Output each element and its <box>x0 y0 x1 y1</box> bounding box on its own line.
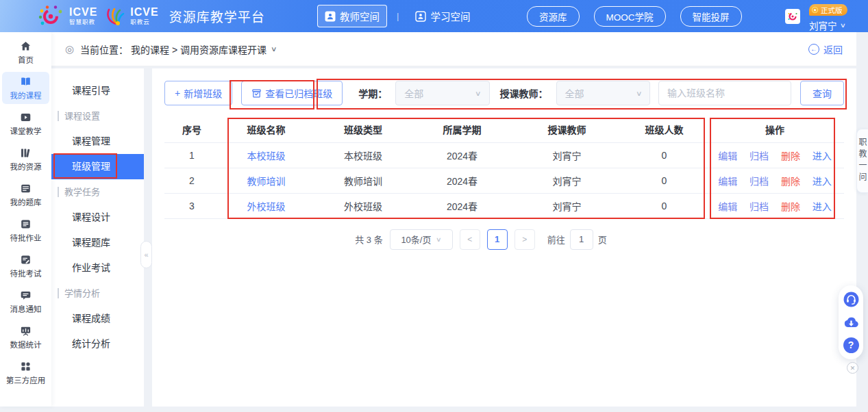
cell-semester: 2024春 <box>413 142 511 168</box>
rail-label: 数据统计 <box>10 339 42 350</box>
rail-label: 待批作业 <box>10 232 42 243</box>
col-header-semester: 所属学期 <box>413 116 511 142</box>
avatar[interactable] <box>785 9 800 24</box>
enter-action[interactable]: 进入 <box>813 151 832 162</box>
add-class-label: 新增班级 <box>184 86 222 100</box>
breadcrumb-chevron-down-icon[interactable]: ∨ <box>271 45 277 53</box>
rail-item-pending-exams[interactable]: 待批考试 <box>2 250 49 282</box>
rail-item-third-party-apps[interactable]: 第三方应用 <box>2 357 49 389</box>
sidebar-collapse-handle[interactable]: « <box>140 241 152 268</box>
icve-cloud-logo-text: ICVE 职教云 <box>130 7 158 25</box>
rail-item-classroom-teaching[interactable]: 课堂教学 <box>2 107 49 140</box>
mooc-academy-link[interactable]: MOOC学院 <box>594 6 666 27</box>
learning-space-button[interactable]: 学习空间 <box>408 5 477 27</box>
class-name-search-input[interactable] <box>658 81 791 105</box>
zhijiao-yiwen-side-tab[interactable]: 职教一问 <box>856 129 868 193</box>
enter-action[interactable]: 进入 <box>813 201 832 212</box>
add-class-button[interactable]: + 新增班级 <box>164 81 232 105</box>
submenu-item-class-management[interactable]: 班级管理 <box>51 154 144 179</box>
next-page-button[interactable]: > <box>514 229 535 250</box>
rail-label: 课堂教学 <box>10 125 42 136</box>
rail-label: 待批考试 <box>10 268 42 279</box>
cell-semester: 2024春 <box>413 193 511 218</box>
download-button[interactable] <box>843 314 860 331</box>
delete-action[interactable]: 删除 <box>781 201 800 212</box>
resource-library-link[interactable]: 资源库 <box>527 6 580 27</box>
page-size-select[interactable]: 10条/页 ∨ <box>390 229 453 250</box>
col-header-student-count: 班级人数 <box>623 116 706 142</box>
edit-action[interactable]: 编辑 <box>718 151 737 162</box>
view-archived-classes-button[interactable]: 查看已归档班级 <box>241 81 343 105</box>
rail-item-notifications[interactable]: 消息通知 <box>2 285 49 318</box>
screen: ICVE 智慧职教 ICVE 职教云 资源库教学平台 <box>0 0 868 412</box>
header-links: 资源库 MOOC学院 智能投屏 <box>527 0 742 32</box>
rail-item-my-question-bank[interactable]: 我的题库 <box>2 179 49 211</box>
rail-item-my-resources[interactable]: 我的资源 <box>2 143 49 175</box>
help-icon: ? <box>843 337 859 353</box>
statistics-board-icon <box>20 325 32 337</box>
prev-page-button[interactable]: < <box>460 229 480 250</box>
class-name-link[interactable]: 外校班级 <box>247 201 286 212</box>
enter-action[interactable]: 进入 <box>813 176 832 187</box>
rail-item-my-courses[interactable]: 我的课程 <box>2 72 49 104</box>
home-icon <box>20 40 32 52</box>
top-header: ICVE 智慧职教 ICVE 职教云 资源库教学平台 <box>0 0 868 32</box>
class-name-link[interactable]: 教师培训 <box>247 176 286 187</box>
teacher-space-button[interactable]: 教师空间 <box>317 5 387 27</box>
query-button[interactable]: 查询 <box>800 81 844 105</box>
submenu-item-homework-exams[interactable]: 作业考试 <box>51 255 144 281</box>
customer-service-button[interactable] <box>843 291 860 308</box>
submenu-item-course-management[interactable]: 课程管理 <box>51 129 144 154</box>
submenu-item-course-question-bank[interactable]: 课程题库 <box>51 230 144 255</box>
semester-select[interactable]: 全部 ∨ <box>395 81 489 105</box>
avatar-logo-icon <box>787 11 798 22</box>
cell-teacher: 刘宵宁 <box>511 193 623 218</box>
chevron-down-icon: ∨ <box>475 90 482 97</box>
logo-group: ICVE 智慧职教 ICVE 职教云 资源库教学平台 <box>0 4 265 29</box>
collapse-icon: « <box>144 250 148 259</box>
archive-action[interactable]: 归档 <box>749 176 769 187</box>
space-switcher: 教师空间 | 学习空间 <box>317 0 477 32</box>
delete-action[interactable]: 删除 <box>781 176 800 187</box>
back-button[interactable]: ← 返回 <box>808 42 843 56</box>
teacher-filter-label: 授课教师： <box>500 86 548 100</box>
submenu-item-course-grades[interactable]: 课程成绩 <box>51 306 144 331</box>
pagination-total: 共 3 条 <box>355 233 382 246</box>
submenu-item-course-guide[interactable]: 课程引导 <box>51 78 144 103</box>
library-books-icon <box>20 147 32 159</box>
current-page-button[interactable]: 1 <box>487 229 508 250</box>
learning-space-icon <box>415 11 426 22</box>
submenu-item-course-design[interactable]: 课程设计 <box>51 205 144 230</box>
toolbar: + 新增班级 查看已归档班级 学期： 全部 ∨ 授课教师： 全部 ∨ <box>152 68 856 105</box>
rail-item-home[interactable]: 首页 <box>2 36 49 68</box>
back-arrow-icon: ← <box>808 44 819 55</box>
exam-pencil-icon <box>20 254 32 266</box>
archive-action[interactable]: 归档 <box>749 151 769 162</box>
username: 刘宵宁 <box>809 18 837 32</box>
goto-page-input[interactable] <box>570 229 593 250</box>
cell-student-count: 0 <box>623 168 706 193</box>
smart-casting-link[interactable]: 智能投屏 <box>680 6 742 27</box>
help-button[interactable]: ? <box>843 337 860 354</box>
submenu-item-statistical-analysis[interactable]: 统计分析 <box>51 331 144 357</box>
teacher-select[interactable]: 全部 ∨ <box>556 81 650 105</box>
rail-label: 消息通知 <box>10 303 42 314</box>
rail-item-pending-homework[interactable]: 待批作业 <box>2 214 49 246</box>
goto-prefix: 前往 <box>547 233 565 246</box>
archive-action[interactable]: 归档 <box>749 201 769 212</box>
rail-item-data-statistics[interactable]: 数据统计 <box>2 321 49 353</box>
icve-swirl-logo-icon <box>37 4 64 29</box>
col-header-operations: 操作 <box>706 116 844 142</box>
close-float-menu-button[interactable]: ✕ <box>847 362 858 374</box>
goto-page: 前往 页 <box>547 229 607 250</box>
user-block: 正式版 刘宵宁 ∨ <box>809 4 847 32</box>
user-menu[interactable]: 刘宵宁 ∨ <box>809 18 847 32</box>
col-header-class-type: 班级类型 <box>313 116 413 142</box>
edit-action[interactable]: 编辑 <box>718 201 737 212</box>
question-bank-icon <box>20 183 32 194</box>
delete-action[interactable]: 删除 <box>781 151 800 162</box>
semester-filter-label: 学期： <box>358 86 387 100</box>
edit-action[interactable]: 编辑 <box>718 176 737 187</box>
teacher-select-value: 全部 <box>565 86 584 100</box>
class-name-link[interactable]: 本校班级 <box>247 151 286 162</box>
